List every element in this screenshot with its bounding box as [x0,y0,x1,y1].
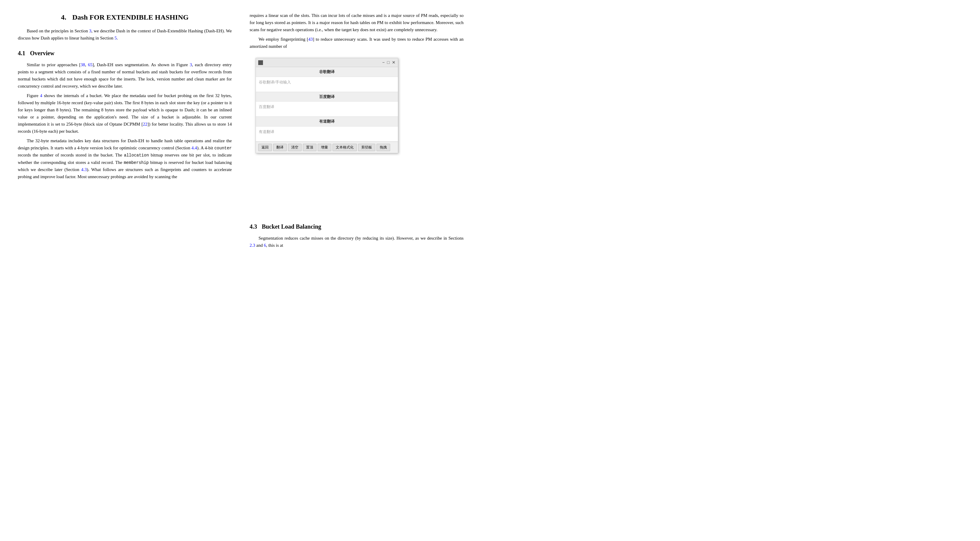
back-button[interactable]: 返回 [258,144,272,151]
ref-43-right[interactable]: 43 [309,37,313,41]
youdao-translate-input[interactable]: 有道翻译 [256,127,398,141]
baidu-translate-input[interactable]: 百度翻译 [256,102,398,116]
ref-section5[interactable]: 5 [115,36,117,40]
ref-65[interactable]: 65 [88,62,92,67]
ref-23[interactable]: 2.3 [250,243,255,247]
popup-titlebar-controls[interactable]: − □ ✕ [382,59,396,66]
baidu-translate-header: 百度翻译 [256,92,398,102]
translate-button[interactable]: 翻译 [273,144,287,151]
ref-fig3[interactable]: 3 [189,62,192,67]
section41-title: 4.1Overview [18,49,232,58]
section43-title: 4.3Bucket Load Balancing [250,222,463,231]
right-para-top2: We employ fingerprinting [43] to reduce … [250,36,463,50]
google-translate-input[interactable]: 谷歌翻译/手动输入 [256,77,398,92]
youdao-translate-header: 有道翻译 [256,117,398,127]
increase-button[interactable]: 增量 [318,144,331,151]
youdao-translate-section: 有道翻译 有道翻译 [256,117,398,142]
section41-number: 4.1 [18,50,25,56]
popup-app-icon [258,60,263,65]
clipboard-button[interactable]: 剪切板 [358,144,375,151]
popup-titlebar: − □ ✕ [256,58,398,67]
right-column: requires a linear scan of the slots. Thi… [250,12,463,529]
ref-6[interactable]: 6 [264,243,266,247]
restore-icon[interactable]: □ [387,59,390,66]
clear-button[interactable]: 清空 [288,144,302,151]
drag-button[interactable]: 拖拽 [377,144,390,151]
section41-para2: Figure 4 shows the internals of a bucket… [18,92,232,135]
right-para-top1: requires a linear scan of the slots. Thi… [250,12,463,33]
left-column: 4.Dash FOR EXTENDIBLE HASHING Based on t… [18,12,232,529]
baidu-translate-section: 百度翻译 百度翻译 [256,92,398,117]
minimize-icon[interactable]: − [382,59,385,66]
section4-number: 4. [61,13,66,21]
counter-code: counter [214,146,232,151]
section4-title: 4.Dash FOR EXTENDIBLE HASHING [18,12,232,22]
text-format-button[interactable]: 文本格式化 [332,144,357,151]
google-translate-section: 谷歌翻译 谷歌翻译/手动输入 [256,67,398,92]
section41-text: Overview [30,50,54,56]
section43-number: 4.3 [250,223,257,230]
translation-popup: − □ ✕ 谷歌翻译 谷歌翻译/手动输入 百度翻译 百度翻译 有道翻译 有道翻译 [256,58,398,153]
section43-para1: Segmentation reduces cache misses on the… [250,235,463,249]
section41-para1: Similar to prior approaches [38, 65], Da… [18,61,232,90]
section4-text: Dash FOR EXTENDIBLE HASHING [72,13,188,21]
ref-fig4[interactable]: 4 [40,93,43,98]
ref-44[interactable]: 4.4 [191,146,197,150]
section43-text: Bucket Load Balancing [262,223,321,230]
ref-section3[interactable]: 3 [89,29,92,33]
ref-38[interactable]: 38 [81,62,85,67]
popup-titlebar-left [258,60,263,65]
section41-para3: The 32-byte metadata includes key data s… [18,137,232,180]
right-lower-content: 4.3Bucket Load Balancing Segmentation re… [250,222,463,249]
top-button[interactable]: 置顶 [303,144,317,151]
popup-footer: 返回 翻译 清空 置顶 增量 文本格式化 剪切板 拖拽 [256,142,398,153]
google-translate-header: 谷歌翻译 [256,67,398,77]
close-icon[interactable]: ✕ [392,59,396,66]
allocation-code: allocation [124,153,149,158]
section4-para1: Based on the principles in Section 3, we… [18,27,232,41]
ref-22[interactable]: 22 [143,122,147,127]
membership-code: membership [124,160,149,165]
ref-43[interactable]: 4.3 [81,167,87,172]
